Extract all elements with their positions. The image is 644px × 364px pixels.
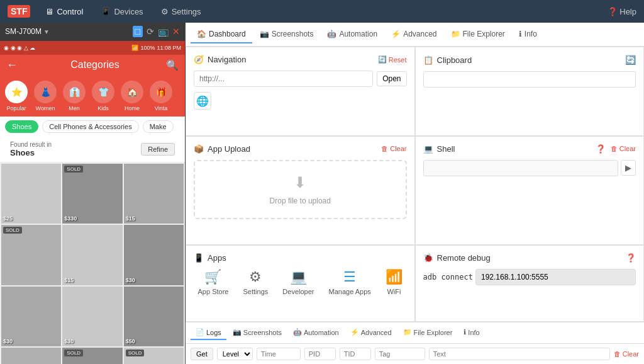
phone-product-grid: $25 SOLD $330 $15 SOLD $15 $30 — [0, 162, 185, 364]
app-manageapps[interactable]: ☰ Manage Apps — [329, 269, 371, 295]
navigation-panel: 🧭 Navigation 🔄 Reset Open 🌐 — [186, 47, 415, 136]
product-item[interactable]: $25 — [1, 164, 61, 224]
upload-down-icon: ⬇ — [294, 174, 306, 191]
tab-fileexplorer[interactable]: 📁 File Explorer — [445, 26, 511, 43]
control-icon: 🖥 — [45, 7, 53, 16]
app-developer[interactable]: 💻 Developer — [282, 269, 314, 295]
nav-item-control[interactable]: 🖥 Control — [38, 4, 91, 19]
phone-cat-kids[interactable]: 👕 Kids — [92, 81, 114, 111]
kids-icon: 👕 — [92, 81, 114, 103]
app-appstore[interactable]: 🛒 App Store — [198, 269, 229, 295]
appstore-icon: 🛒 — [204, 269, 221, 285]
phone-cat-home[interactable]: 🏠 Home — [121, 81, 143, 111]
shell-panel-header: 💻 Shell ❓ 🗑 Clear — [423, 144, 636, 154]
product-item[interactable]: SOLD — [1, 225, 61, 285]
popular-icon: ⭐ — [5, 81, 28, 103]
shell-run-button[interactable]: ▶ — [621, 160, 636, 176]
filter-cellphones[interactable]: Cell Phones & Accessories — [42, 120, 138, 133]
tab-automation[interactable]: 🤖 Automation — [321, 26, 384, 43]
url-input[interactable] — [194, 71, 373, 87]
product-item[interactable]: $30 — [1, 287, 61, 346]
log-level-select[interactable]: Level — [217, 348, 253, 360]
shell-clear-icon: 🗑 — [611, 145, 618, 152]
bottom-tab-screenshots[interactable]: 📷 Screenshots — [228, 326, 287, 340]
help-button[interactable]: ❓ Help — [608, 7, 636, 16]
phone-cat-popular[interactable]: ⭐ Popular — [5, 81, 28, 111]
phone-results-text: Found result in Shoes — [10, 141, 52, 157]
phone-header: ← Categories 🔍 — [0, 55, 185, 76]
tab-info[interactable]: ℹ Info — [513, 26, 543, 43]
app-wifi[interactable]: 📶 WiFi — [386, 269, 402, 295]
phone-cat-vintage[interactable]: 🎁 Vinta — [150, 81, 172, 111]
product-item[interactable]: $30 — [124, 225, 184, 285]
remote-debug-header: 🐞 Remote debug ❓ — [423, 253, 636, 263]
log-clear-button[interactable]: 🗑 Clear — [614, 350, 639, 358]
phone-cat-men[interactable]: 👔 Men — [63, 81, 86, 111]
navigation-input-row: Open — [194, 71, 407, 87]
bottom-tab-automation[interactable]: 🤖 Automation — [288, 326, 344, 340]
shell-help-icon[interactable]: ❓ — [596, 144, 606, 154]
product-item[interactable]: $30 — [62, 287, 122, 346]
toolbar-icon-close[interactable]: ✕ — [172, 26, 180, 37]
shell-input[interactable] — [423, 160, 619, 176]
phone-cat-women[interactable]: 👗 Women — [34, 81, 57, 111]
product-item[interactable]: SOLD — [124, 348, 184, 364]
product-item[interactable]: $3 — [1, 348, 61, 364]
clipboard-input[interactable] — [423, 71, 636, 88]
chrome-icon[interactable]: 🌐 — [194, 92, 211, 110]
bottom-tab-fileexplorer[interactable]: 📁 File Explorer — [398, 326, 458, 340]
reset-icon: 🔄 — [378, 55, 387, 64]
upload-icon: 📦 — [194, 144, 204, 154]
bottom-automation-icon: 🤖 — [293, 328, 302, 336]
bottom-tab-info[interactable]: ℹ Info — [458, 326, 484, 340]
product-item[interactable]: $15 — [62, 225, 122, 285]
product-item[interactable]: SOLD $330 — [62, 164, 122, 224]
bottom-info-icon: ℹ — [464, 328, 466, 336]
bottom-tab-logs[interactable]: 📄 Logs — [191, 326, 226, 340]
log-get-button[interactable]: Get — [191, 348, 213, 360]
bottom-tab-advanced[interactable]: ⚡ Advanced — [345, 326, 397, 340]
filter-shoes[interactable]: Shoes — [5, 120, 38, 133]
shell-input-row: ▶ — [423, 160, 636, 176]
nav-open-button[interactable]: Open — [377, 71, 406, 86]
upload-panel-header: 📦 App Upload 🗑 Clear — [194, 144, 407, 154]
nav-item-devices[interactable]: 📱 Devices — [93, 4, 150, 19]
women-icon: 👗 — [34, 81, 57, 103]
upload-clear-btn[interactable]: 🗑 Clear — [381, 145, 406, 152]
app-settings[interactable]: ⚙ Settings — [243, 269, 269, 295]
log-tag-input[interactable] — [375, 348, 425, 360]
log-text-input[interactable] — [429, 348, 610, 360]
adb-input[interactable] — [475, 269, 636, 285]
log-filter-row: Get Level 🗑 Clear — [186, 344, 644, 364]
screenshots-tab-icon: 📷 — [260, 30, 269, 38]
adb-label: adb connect — [423, 273, 473, 282]
tab-advanced[interactable]: ⚡ Advanced — [385, 26, 443, 43]
nav-item-settings[interactable]: ⚙ Settings — [153, 4, 209, 19]
remote-debug-help-icon[interactable]: ❓ — [626, 253, 636, 263]
phone-search-icon[interactable]: 🔍 — [166, 59, 179, 71]
home-icon: 🏠 — [121, 81, 143, 103]
toolbar-icon-screen[interactable]: □ — [133, 26, 143, 37]
product-item[interactable]: $50 — [124, 287, 184, 346]
filter-make[interactable]: Make — [143, 120, 174, 133]
clipboard-refresh-icon[interactable]: 🔄 — [625, 55, 636, 65]
shell-clear-btn[interactable]: 🗑 Clear — [611, 145, 636, 152]
drop-zone[interactable]: ⬇ Drop file to upload — [194, 160, 407, 219]
toolbar-icon-rotate[interactable]: ⟳ — [147, 26, 154, 37]
device-panel: SM-J700M ▼ □ ⟳ 📺 ✕ ◉ ◉ ◉ △ ☁ 📶 100% 11:0 — [0, 23, 186, 364]
product-item[interactable]: SOLD $30 — [62, 348, 122, 364]
tab-dashboard[interactable]: 🏠 Dashboard — [191, 26, 252, 43]
phone-back-icon[interactable]: ← — [6, 59, 18, 72]
log-pid-input[interactable] — [304, 348, 336, 360]
tab-screenshots[interactable]: 📷 Screenshots — [253, 26, 320, 43]
navigation-reset-btn[interactable]: 🔄 Reset — [378, 55, 407, 64]
log-tid-input[interactable] — [340, 348, 371, 360]
phone-results-row: Found result in Shoes Refine — [5, 139, 180, 159]
product-item[interactable]: $15 — [124, 164, 184, 224]
refine-button[interactable]: Refine — [141, 143, 175, 156]
apps-title: 📱 Apps — [194, 253, 226, 263]
toolbar-icon-cast[interactable]: 📺 — [158, 26, 169, 37]
apps-grid: 🛒 App Store ⚙ Settings 💻 Developer ☰ Man… — [194, 269, 407, 295]
dashboard-tab-icon: 🏠 — [197, 30, 206, 38]
log-time-input[interactable] — [257, 348, 301, 360]
